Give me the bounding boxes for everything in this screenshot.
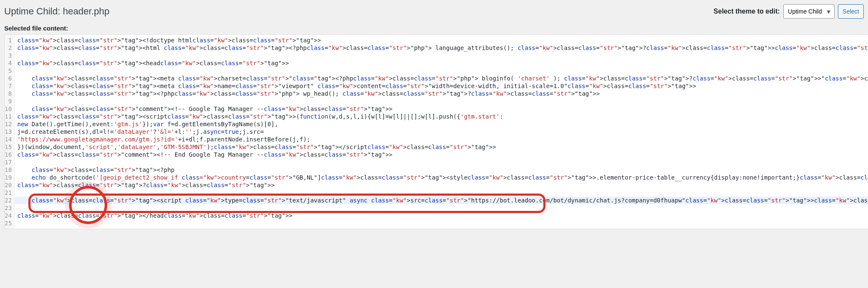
code-line[interactable] <box>15 158 868 166</box>
code-line[interactable]: class="kw">class=class="str">"tag"><?php… <box>15 90 868 97</box>
code-line[interactable] <box>15 204 868 212</box>
code-line[interactable] <box>15 219 868 227</box>
code-line[interactable]: class="kw">class=class="str">"tag">?clas… <box>15 181 868 189</box>
code-line[interactable]: class="kw">class=class="str">"comment"><… <box>15 151 868 158</box>
selected-file-label: Selected file content: <box>0 19 868 34</box>
code-line[interactable]: class="kw">class=class="str">"tag"><meta… <box>15 75 868 82</box>
select-theme-button[interactable]: Select <box>838 4 864 19</box>
code-line[interactable] <box>15 67 868 75</box>
code-line[interactable]: class="kw">class=class="str">"tag"></hea… <box>15 212 868 219</box>
code-line[interactable] <box>15 189 868 197</box>
theme-select-label: Select theme to edit: <box>714 8 780 15</box>
code-line[interactable]: class="kw">class=class="str">"tag"><meta… <box>15 82 868 90</box>
page-title: Uptime Child: header.php <box>4 6 109 17</box>
theme-select[interactable]: Uptime Child <box>783 4 835 19</box>
code-editor[interactable]: 1234567891011121314151617181920212223242… <box>4 34 868 229</box>
code-line[interactable]: class="kw">class=class="str">"tag"><html… <box>15 44 868 52</box>
code-line[interactable]: 'https://www.googletagmanager.com/gtm.js… <box>15 136 868 143</box>
code-line[interactable] <box>15 52 868 59</box>
code-gutter: 1234567891011121314151617181920212223242… <box>5 35 15 229</box>
code-line[interactable]: class="kw">class=class="str">"comment"><… <box>15 105 868 113</box>
code-line[interactable]: class="kw">class=class="str">"tag"><?php <box>15 166 868 174</box>
code-line[interactable]: class="kw">class=class="str">"tag"><scri… <box>15 113 868 120</box>
code-line[interactable]: class="kw">class=class="str">"tag"><head… <box>15 59 868 67</box>
code-line[interactable]: })(window,document,'script','dataLayer',… <box>15 143 868 151</box>
code-line[interactable]: class="kw">class=class="str">"tag"><!doc… <box>15 36 868 44</box>
code-line[interactable] <box>15 97 868 105</box>
code-line[interactable]: j=d.createElement(s),dl=l!='dataLayer'?'… <box>15 128 868 136</box>
code-line[interactable]: new Date().getTime(),event:'gtm.js'});va… <box>15 120 868 128</box>
code-line[interactable]: class="kw">class=class="str">"tag"><scri… <box>15 197 868 204</box>
code-line[interactable]: echo do_shortcode('[geoip_detect2_show_i… <box>15 174 868 181</box>
